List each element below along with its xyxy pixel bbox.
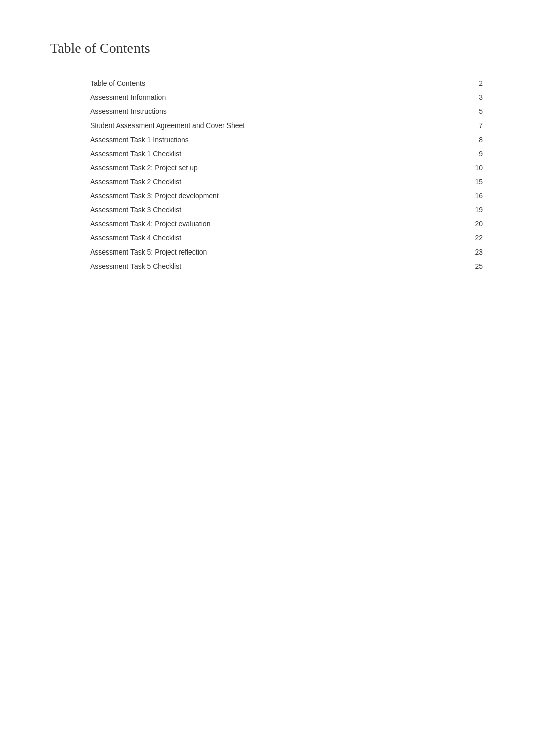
toc-entry-label: Assessment Task 4: Project evaluation [90,220,468,228]
toc-row: Assessment Information3 [90,90,483,104]
toc-row: Assessment Task 3: Project development16 [90,189,483,203]
toc-entry-label: Student Assessment Agreement and Cover S… [90,121,468,130]
toc-container: Table of Contents2Assessment Information… [90,76,483,273]
toc-entry-page: 19 [468,206,483,214]
toc-row: Table of Contents2 [90,76,483,90]
toc-entry-page: 9 [468,150,483,158]
toc-row: Assessment Task 4: Project evaluation20 [90,217,483,231]
toc-row: Assessment Instructions5 [90,104,483,118]
toc-entry-page: 8 [468,136,483,144]
toc-entry-label: Table of Contents [90,79,468,87]
toc-entry-label: Assessment Instructions [90,107,468,115]
toc-row: Assessment Task 5 Checklist25 [90,259,483,273]
toc-row: Assessment Task 2: Project set up10 [90,161,483,175]
toc-entry-label: Assessment Information [90,93,468,101]
toc-row: Assessment Task 1 Instructions8 [90,133,483,147]
toc-entry-page: 23 [468,248,483,256]
toc-entry-label: Assessment Task 2: Project set up [90,164,468,172]
toc-row: Assessment Task 3 Checklist19 [90,203,483,217]
toc-row: Assessment Task 5: Project reflection23 [90,245,483,259]
toc-entry-page: 15 [468,178,483,186]
toc-entry-page: 3 [468,93,483,101]
toc-entry-label: Assessment Task 4 Checklist [90,234,468,242]
toc-entry-page: 10 [468,164,483,172]
toc-row: Assessment Task 2 Checklist15 [90,175,483,189]
toc-entry-label: Assessment Task 5: Project reflection [90,248,468,256]
toc-entry-label: Assessment Task 5 Checklist [90,262,468,270]
toc-entry-page: 2 [468,79,483,87]
toc-entry-page: 25 [468,262,483,270]
toc-entry-label: Assessment Task 1 Checklist [90,150,468,158]
toc-entry-label: Assessment Task 3: Project development [90,192,468,200]
toc-entry-page: 5 [468,107,483,115]
toc-entry-page: 7 [468,121,483,130]
page-title: Table of Contents [50,40,483,56]
toc-row: Student Assessment Agreement and Cover S… [90,118,483,133]
toc-row: Assessment Task 1 Checklist9 [90,147,483,161]
toc-entry-page: 20 [468,220,483,228]
toc-entry-label: Assessment Task 2 Checklist [90,178,468,186]
toc-entry-page: 22 [468,234,483,242]
toc-row: Assessment Task 4 Checklist22 [90,231,483,245]
toc-entry-label: Assessment Task 3 Checklist [90,206,468,214]
toc-entry-label: Assessment Task 1 Instructions [90,136,468,144]
toc-entry-page: 16 [468,192,483,200]
page-container: Table of Contents Table of Contents2Asse… [0,0,533,313]
